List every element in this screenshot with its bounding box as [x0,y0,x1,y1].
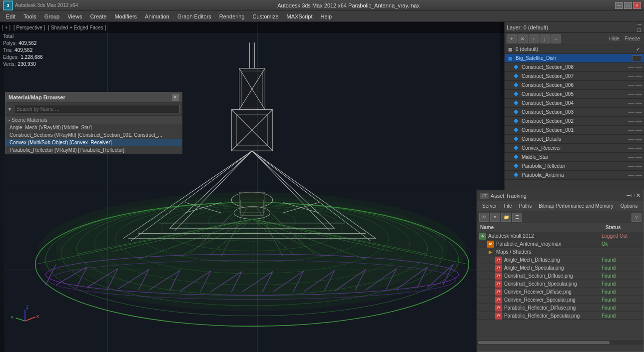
menu-modifiers[interactable]: Modifiers [110,12,141,20]
layers-new-btn[interactable]: + [507,34,517,43]
png-icon-3: P [495,281,502,288]
menu-graph-editors[interactable]: Graph Editors [173,12,215,20]
material-item-1[interactable]: Construct_Sections (VRayMtl) [Construct_… [5,131,182,139]
menu-maxscript[interactable]: MAXScript [283,12,317,20]
at-menu-file[interactable]: File [501,203,515,209]
layer-convex-name: Convex_Receiver [522,145,628,151]
menu-rendering[interactable]: Rendering [215,12,249,20]
at-refresh-btn[interactable]: ↻ [479,213,489,222]
png-status-5: Found [602,297,642,303]
asset-tracking-column-header: Name Status [477,223,644,232]
at-list-btn[interactable]: ☰ [512,213,522,222]
layer-row-construct-details[interactable]: 🔷 Construct_Details ── ── [505,135,644,144]
layers-maximize[interactable]: □ [638,27,642,33]
menu-bar: Edit Tools Group Views Create Modifiers … [0,11,644,22]
at-menu-bitmap-perf[interactable]: Bitmap Performance and Memory [536,203,617,209]
menu-views[interactable]: Views [63,12,86,20]
viewport-scene: X Y Z [0,22,504,352]
menu-animation[interactable]: Animation [141,12,173,20]
max-file-icon: M [487,241,494,248]
minimize-button[interactable]: ─ [615,2,623,9]
asset-tracking-toolbar: ↻ ≡ 📁 ☰ ? [477,211,644,223]
at-row-angle-mech-specular[interactable]: P Angle_Mech_Specular.png Found [477,264,644,272]
layers-add-select-btn[interactable]: ↑ [529,34,539,43]
menu-customize[interactable]: Customize [249,12,283,20]
at-scroll-thumb[interactable] [478,341,610,344]
material-browser-close[interactable]: ✕ [172,94,179,101]
close-button[interactable]: ✕ [633,2,641,9]
vault-name: Autodesk Vault 2012 [488,233,602,239]
app-logo: 3 [3,0,13,10]
material-item-2[interactable]: Convex (Multi/Sub-Object) [Convex_Receiv… [5,139,182,146]
layers-restore[interactable]: ─ [638,22,642,27]
layer-row-cs001[interactable]: 🔷 Construct_Section_001 ── ── [505,126,644,135]
material-item-0[interactable]: Angle_Mech (VRayMtl) [Middle_Star] [5,124,182,131]
verts-value: 230,930 [18,61,36,68]
at-close[interactable]: ✕ [636,192,641,199]
at-expand-btn[interactable]: ≡ [490,213,500,222]
layer-satellite-icon: ▦ [507,55,514,62]
layers-freeze-label[interactable]: Freeze [623,36,642,41]
total-label: Total [3,33,13,40]
layer-row-parabolic-antenna[interactable]: 🔷 Parabolic_Antenna ── ── [505,171,644,180]
at-row-construct-section-diffuse[interactable]: P Construct_Section_Diffuse.png Found [477,272,644,280]
layer-row-middle-star[interactable]: 🔷 Middle_Star ── ── [505,153,644,162]
layer-pa-icon: 🔷 [513,172,520,179]
layer-row-default[interactable]: ▦ 0 (default) ✓ [505,45,644,54]
at-row-construct-section-specular[interactable]: P Construct_Section_Specular.png Found [477,280,644,288]
at-row-parabolic-reflector-diffuse[interactable]: P Parabolic_Reflector_Diffuse.png Found [477,304,644,312]
layer-row-cs003[interactable]: 🔷 Construct_Section_003 ── ── [505,108,644,117]
at-row-vault[interactable]: A Autodesk Vault 2012 Logged Out [477,232,644,240]
layer-cs006-icon: 🔷 [513,82,520,89]
material-item-3[interactable]: Parabolic_Reflector (VRayMtl) [Parabolic… [5,146,182,154]
png-status-7: Found [602,313,642,319]
at-row-parabolic-reflector-specular[interactable]: P Parabolic_Reflector_Specular.png Found [477,312,644,320]
layer-row-cs004[interactable]: 🔷 Construct_Section_004 ── ── [505,99,644,108]
tris-label: Tris: [3,47,12,54]
layers-window: Layer: 0 (default) ? ─ □ ✕ + ✕ ↑ ↓ → Hid… [505,22,644,202]
at-menu-options[interactable]: Options [618,203,641,209]
at-menu-server[interactable]: Server [479,203,500,209]
at-row-angle-mech-diffuse[interactable]: P Angle_Mech_Diffuse.png Found [477,256,644,264]
at-row-convex-receiver-specular[interactable]: P Convex_Receiver_Specular.png Found [477,296,644,304]
layer-row-cs008[interactable]: 🔷 Construct_Section_008 ── ── [505,63,644,72]
layer-cs005-icon: 🔷 [513,91,520,98]
layer-cd-name: Construct_Details [522,136,628,142]
menu-create[interactable]: Create [86,12,110,20]
layers-list: ▦ 0 (default) ✓ ▦ Big_Satellite_Dish 🔷 C… [505,45,644,191]
layer-cs001-icon: 🔷 [513,127,520,134]
verts-label: Verts: [3,61,16,68]
search-dropdown-icon[interactable]: ▼ [7,107,12,112]
layer-row-big-satellite[interactable]: ▦ Big_Satellite_Dish [505,54,644,63]
menu-edit[interactable]: Edit [2,12,19,20]
layer-row-cs006[interactable]: 🔷 Construct_Section_006 ── ── [505,81,644,90]
viewport-area[interactable]: [ + ] [ Perspective ] [ Shaded + Edged F… [0,22,504,352]
at-maximize[interactable]: □ [632,192,635,199]
layer-row-parabolic-reflector[interactable]: 🔷 Parabolic_Reflector ── ── [505,162,644,171]
material-search-input[interactable] [14,105,180,113]
maximize-button[interactable]: □ [624,2,632,9]
at-minimize[interactable]: ─ [627,192,631,199]
material-browser-header[interactable]: Material/Map Browser ✕ [5,92,182,103]
layer-row-cs007[interactable]: 🔷 Construct_Section_007 ── ── [505,72,644,81]
layer-row-cs002[interactable]: 🔷 Construct_Section_002 ── ── [505,117,644,126]
at-help-btn[interactable]: ? [632,213,642,222]
layer-row-cs005[interactable]: 🔷 Construct_Section_005 ── ── [505,90,644,99]
layer-cs008-name: Construct_Section_008 [522,64,628,70]
at-row-maps-folder[interactable]: ▶ Maps / Shaders [477,248,644,256]
menu-group[interactable]: Group [40,12,64,20]
at-row-max-file[interactable]: M Parabolic_Antenna_vray.max Ok [477,240,644,248]
layers-select-btn[interactable]: ↓ [540,34,550,43]
edges-value: 1,228,686 [20,54,43,61]
layers-move-btn[interactable]: → [551,34,561,43]
menu-tools[interactable]: Tools [19,12,40,20]
layer-row-convex[interactable]: 🔷 Convex_Receiver ── ── [505,144,644,153]
at-paths-btn[interactable]: 📁 [501,213,511,222]
menu-help[interactable]: Help [317,12,336,20]
at-row-convex-receiver-diffuse[interactable]: P Convex_Receiver_Diffuse.png Found [477,288,644,296]
at-menu-paths[interactable]: Paths [516,203,535,209]
layers-hide-label[interactable]: Hide [607,36,622,41]
asset-tracking-scrollbar[interactable] [477,340,644,345]
at-window-controls: ─ □ ✕ [627,192,641,199]
layers-delete-btn[interactable]: ✕ [518,34,528,43]
